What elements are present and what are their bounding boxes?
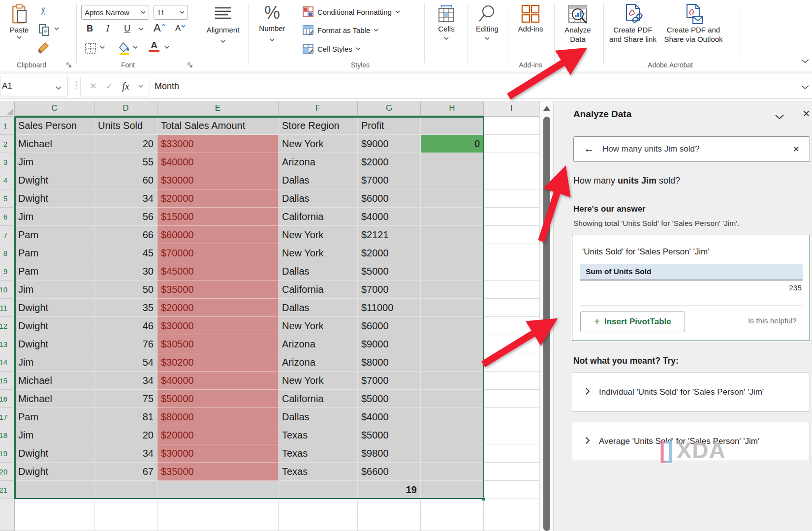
number-group-button[interactable]: % Number <box>252 2 292 41</box>
cell[interactable] <box>484 171 539 189</box>
cell[interactable] <box>421 353 484 372</box>
cell[interactable] <box>484 517 539 531</box>
cell[interactable]: $70000 <box>157 244 279 262</box>
cell[interactable]: $60000 <box>157 226 279 244</box>
row-header[interactable]: 17 <box>0 408 15 426</box>
cell[interactable] <box>484 408 539 426</box>
row-header[interactable]: 19 <box>0 444 15 463</box>
cell[interactable] <box>94 481 157 499</box>
cell[interactable] <box>421 408 484 426</box>
column-header-I[interactable]: I <box>484 101 539 117</box>
cell[interactable]: 20 <box>94 135 157 153</box>
cell[interactable]: Dwight <box>15 444 94 463</box>
cell[interactable] <box>484 499 539 517</box>
borders-chevron-icon[interactable] <box>100 46 105 49</box>
cell[interactable] <box>421 171 484 189</box>
cell[interactable]: Michael <box>15 135 94 153</box>
cell[interactable]: $2000 <box>358 153 421 171</box>
cell[interactable]: $30500 <box>157 335 279 353</box>
cell[interactable]: 75 <box>94 390 157 408</box>
borders-button[interactable] <box>85 42 96 54</box>
cell[interactable]: 34 <box>94 372 157 390</box>
cell[interactable] <box>15 499 94 517</box>
cell[interactable] <box>484 135 539 153</box>
column-header-E[interactable]: E <box>157 101 279 117</box>
cell[interactable] <box>484 444 539 463</box>
fill-color-chevron-icon[interactable] <box>133 46 138 49</box>
cell[interactable] <box>421 244 484 262</box>
cell[interactable] <box>421 335 484 353</box>
cell[interactable] <box>157 517 279 531</box>
cell[interactable]: Dallas <box>279 408 358 426</box>
cell[interactable] <box>421 444 484 463</box>
cell[interactable]: Texas <box>279 426 358 444</box>
cell[interactable]: $7000 <box>358 171 421 189</box>
cell[interactable] <box>15 481 94 499</box>
column-header-D[interactable]: D <box>94 101 157 117</box>
cell[interactable]: $35000 <box>157 281 279 299</box>
font-dialog-launcher[interactable] <box>187 62 193 70</box>
cell[interactable]: Michael <box>15 390 94 408</box>
cell[interactable]: $15000 <box>157 208 279 226</box>
cell[interactable]: $20000 <box>157 426 279 444</box>
cell[interactable]: $5000 <box>358 262 421 281</box>
cell[interactable]: California <box>279 390 358 408</box>
cell[interactable]: Units Sold <box>94 117 157 135</box>
cell[interactable] <box>421 153 484 171</box>
cell[interactable]: 67 <box>94 463 157 481</box>
cell[interactable]: Dallas <box>279 299 358 317</box>
font-name-combo[interactable]: Aptos Narrow <box>81 5 149 20</box>
cell[interactable] <box>484 317 539 335</box>
cut-button[interactable]: ✂ <box>39 6 48 16</box>
bold-button[interactable]: B <box>87 24 93 34</box>
cell[interactable]: 34 <box>94 444 157 463</box>
cell[interactable] <box>484 463 539 481</box>
editing-group-button[interactable]: Editing <box>470 4 504 40</box>
column-header-C[interactable]: C <box>15 101 94 117</box>
row-header[interactable]: 20 <box>0 463 15 481</box>
row-header[interactable]: 2 <box>0 135 15 153</box>
cell[interactable]: $11000 <box>358 299 421 317</box>
cell[interactable] <box>484 481 539 499</box>
cell[interactable] <box>421 517 484 531</box>
back-arrow-icon[interactable]: ← <box>574 142 602 156</box>
cell[interactable] <box>484 353 539 372</box>
cell[interactable]: 54 <box>94 353 157 372</box>
italic-button[interactable]: I <box>106 24 109 34</box>
row-header[interactable]: 13 <box>0 335 15 353</box>
pane-close-icon[interactable]: ✕ <box>802 108 811 120</box>
clipboard-dialog-launcher[interactable] <box>66 62 72 70</box>
cell[interactable] <box>421 372 484 390</box>
select-all-corner[interactable] <box>0 101 15 117</box>
shrink-font-button[interactable]: A <box>175 24 186 33</box>
cell[interactable] <box>484 299 539 317</box>
row-header[interactable]: 10 <box>0 281 15 299</box>
cell[interactable]: Jim <box>15 153 94 171</box>
cell[interactable]: California <box>279 281 358 299</box>
cell[interactable]: New York <box>279 372 358 390</box>
cell[interactable]: $5000 <box>358 390 421 408</box>
cell[interactable] <box>421 281 484 299</box>
cell[interactable]: Dwight <box>15 335 94 353</box>
cell[interactable]: New York <box>279 244 358 262</box>
create-pdf-share-link-button[interactable]: Create PDF and Share link <box>607 3 658 44</box>
cell[interactable] <box>421 189 484 208</box>
cell[interactable]: $8000 <box>358 353 421 372</box>
cell[interactable]: Jim <box>15 353 94 372</box>
cell[interactable]: 66 <box>94 226 157 244</box>
cell[interactable] <box>358 499 421 517</box>
column-header-G[interactable]: G <box>358 101 421 117</box>
cell[interactable]: $30000 <box>157 171 279 189</box>
cell[interactable]: $45000 <box>157 262 279 281</box>
grow-font-button[interactable]: A <box>154 22 166 34</box>
cell[interactable]: 46 <box>94 317 157 335</box>
cell[interactable] <box>421 481 484 499</box>
cell[interactable]: New York <box>279 135 358 153</box>
cell[interactable]: $4000 <box>358 208 421 226</box>
cell-styles-button[interactable]: Cell Styles <box>302 43 361 55</box>
cell[interactable]: 35 <box>94 299 157 317</box>
cell[interactable]: $40000 <box>157 153 279 171</box>
cell[interactable] <box>484 426 539 444</box>
cell[interactable] <box>484 226 539 244</box>
row-header[interactable]: 3 <box>0 153 15 171</box>
